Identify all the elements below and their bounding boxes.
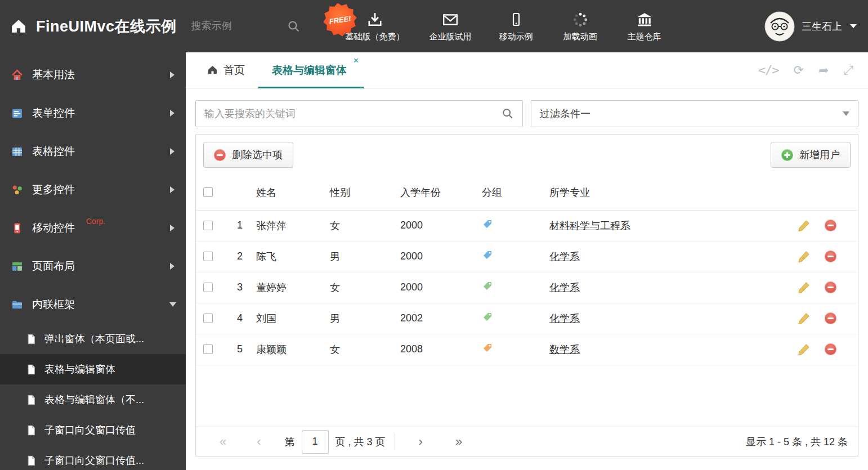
nav-item-theme-repo[interactable]: 主题仓库 xyxy=(625,11,664,42)
panel-spacer xyxy=(196,365,858,427)
page-icon xyxy=(26,425,37,436)
keyword-search-input[interactable] xyxy=(204,108,502,120)
user-menu[interactable]: 三生石上 xyxy=(764,11,868,42)
sidebar-subitem-child-to-parent-alt[interactable]: 子窗口向父窗口传值... xyxy=(0,445,186,470)
row-checkbox[interactable] xyxy=(203,283,213,292)
chevron-down-icon xyxy=(169,302,176,307)
delete-row-icon[interactable] xyxy=(825,312,836,324)
row-checkbox[interactable] xyxy=(203,344,213,354)
sidebar-item-page-layout[interactable]: 页面布局 xyxy=(0,247,186,285)
top-nav: FREE! 基础版（免费） 企业版试用 移动示例 xyxy=(346,11,664,42)
row-index: 1 xyxy=(221,210,250,241)
column-header-gender: 性别 xyxy=(324,175,395,210)
delete-row-icon[interactable] xyxy=(825,281,836,293)
home-icon xyxy=(11,69,23,81)
table-icon xyxy=(11,146,23,158)
nav-item-mobile-demo[interactable]: 移动示例 xyxy=(496,11,536,42)
expand-icon[interactable]: ⤢ xyxy=(843,63,853,78)
filter-dropdown[interactable]: 过滤条件一 xyxy=(531,100,858,127)
top-search xyxy=(191,20,310,33)
next-page-button[interactable]: › xyxy=(419,436,423,448)
major-link[interactable]: 材料科学与工程系 xyxy=(549,220,630,231)
add-user-button[interactable]: 新增用户 xyxy=(771,142,851,168)
tab-home[interactable]: 首页 xyxy=(194,52,258,88)
nav-item-loading-animation[interactable]: 加载动画 xyxy=(561,11,600,42)
chevron-right-icon xyxy=(170,186,175,193)
search-icon[interactable] xyxy=(287,20,301,33)
table-row: 2 陈飞 男 2000 化学系 xyxy=(196,241,858,272)
page-label-prefix: 第 xyxy=(285,435,295,449)
code-icon[interactable]: </> xyxy=(758,63,779,77)
filter-row: 过滤条件一 xyxy=(186,88,868,134)
sidebar-subitem-label: 子窗口向父窗口传值 xyxy=(44,423,136,437)
top-header: FineUIMvc在线示例 FREE! 基础版（免费） 企业版试用 移动示例 xyxy=(0,0,868,52)
add-button-label: 新增用户 xyxy=(799,148,840,162)
major-link[interactable]: 化学系 xyxy=(549,251,580,262)
prev-page-button[interactable]: ‹ xyxy=(257,436,261,448)
close-icon[interactable]: ✕ xyxy=(353,56,359,65)
sidebar-subitem-child-to-parent[interactable]: 子窗口向父窗口传值 xyxy=(0,415,186,445)
nav-item-basic-free[interactable]: FREE! 基础版（免费） xyxy=(346,11,405,42)
major-link[interactable]: 数学系 xyxy=(549,344,580,355)
edit-pencil-icon[interactable] xyxy=(798,343,810,356)
tab-label: 表格与编辑窗体 xyxy=(272,63,347,78)
nav-item-label: 移动示例 xyxy=(499,32,533,42)
cell-year: 2000 xyxy=(395,241,476,272)
delete-selected-button[interactable]: 删除选中项 xyxy=(203,142,293,168)
major-link[interactable]: 化学系 xyxy=(549,313,580,324)
sidebar-item-basic-usage[interactable]: 基本用法 xyxy=(0,56,186,94)
row-checkbox[interactable] xyxy=(203,252,213,261)
filter-dropdown-value: 过滤条件一 xyxy=(540,107,590,120)
refresh-icon[interactable]: ⟳ xyxy=(794,63,804,78)
delete-row-icon[interactable] xyxy=(825,220,836,231)
row-checkbox[interactable] xyxy=(203,221,213,230)
last-page-button[interactable]: » xyxy=(455,436,462,448)
tag-icon xyxy=(482,249,493,261)
sidebar-item-mobile-controls[interactable]: 移动控件 Corp. xyxy=(0,209,186,247)
top-search-input[interactable] xyxy=(191,20,281,32)
tab-grid-edit-window[interactable]: 表格与编辑窗体 ✕ xyxy=(258,52,364,88)
spinner-icon xyxy=(572,11,588,28)
nav-item-label: 加载动画 xyxy=(563,32,597,42)
form-icon xyxy=(11,108,23,119)
brand[interactable]: FineUIMvc在线示例 xyxy=(0,16,191,37)
edit-pencil-icon[interactable] xyxy=(798,220,810,232)
sidebar-item-label: 移动控件 xyxy=(32,221,75,235)
sidebar-item-form-controls[interactable]: 表单控件 xyxy=(0,94,186,132)
column-header-group: 分组 xyxy=(476,175,544,210)
sidebar-subitem-popup-window[interactable]: 弹出窗体（本页面或... xyxy=(0,324,186,354)
sidebar-item-grid-controls[interactable]: 表格控件 xyxy=(0,132,186,171)
bank-icon xyxy=(636,11,653,28)
delete-row-icon[interactable] xyxy=(825,250,836,262)
sidebar-item-more-controls[interactable]: 更多控件 xyxy=(0,171,186,209)
edit-pencil-icon[interactable] xyxy=(798,281,810,294)
sidebar-item-iframe[interactable]: 内联框架 xyxy=(0,285,186,324)
tag-icon xyxy=(482,218,493,230)
cell-name: 康颖颖 xyxy=(250,334,324,365)
sidebar-subitem-label: 子窗口向父窗口传值... xyxy=(44,454,144,467)
select-all-checkbox[interactable] xyxy=(203,187,213,197)
row-checkbox[interactable] xyxy=(203,314,213,323)
layout-icon xyxy=(11,261,23,272)
sidebar-subitem-grid-edit-window-alt[interactable]: 表格与编辑窗体（不... xyxy=(0,384,186,415)
cell-gender: 男 xyxy=(324,303,395,334)
edit-pencil-icon[interactable] xyxy=(798,312,810,325)
chevron-down-icon xyxy=(850,24,857,28)
column-header-major: 所学专业 xyxy=(544,175,792,210)
edit-pencil-icon[interactable] xyxy=(798,250,810,263)
delete-row-icon[interactable] xyxy=(825,343,836,355)
cell-name: 张萍萍 xyxy=(250,210,324,241)
plus-circle-icon xyxy=(781,149,793,161)
page-number-input[interactable] xyxy=(302,430,329,454)
share-icon[interactable]: ➦ xyxy=(818,63,829,78)
grid-toolbar: 删除选中项 新增用户 xyxy=(196,135,858,175)
first-page-button[interactable]: « xyxy=(220,436,226,448)
folder-icon xyxy=(11,299,23,311)
nav-item-enterprise-trial[interactable]: 企业版试用 xyxy=(429,11,472,42)
sidebar-subitem-grid-edit-window[interactable]: 表格与编辑窗体 xyxy=(0,354,186,384)
tag-icon xyxy=(482,280,493,292)
major-link[interactable]: 化学系 xyxy=(549,282,580,293)
cell-gender: 男 xyxy=(324,241,395,272)
search-icon[interactable] xyxy=(502,108,514,120)
sidebar-subitem-label: 表格与编辑窗体 xyxy=(44,362,115,376)
